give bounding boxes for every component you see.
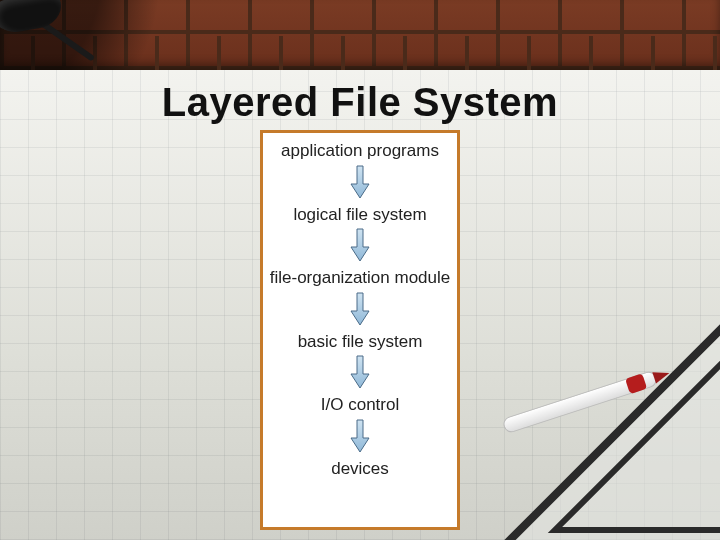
layer-file-organization-module: file-organization module xyxy=(270,266,451,290)
slide-title: Layered File System xyxy=(0,80,720,125)
slide-stage: Layered File System application programs… xyxy=(0,0,720,540)
layer-application-programs: application programs xyxy=(281,139,439,163)
arrow-down-icon xyxy=(349,290,371,330)
layer-io-control: I/O control xyxy=(321,393,399,417)
layer-devices: devices xyxy=(331,457,389,481)
arrow-down-icon xyxy=(349,226,371,266)
layer-basic-file-system: basic file system xyxy=(298,330,423,354)
arrow-down-icon xyxy=(349,163,371,203)
layer-logical-file-system: logical file system xyxy=(293,203,426,227)
brick-wall-backdrop xyxy=(0,0,720,70)
layered-file-system-diagram: application programs logical file system… xyxy=(260,130,460,530)
arrow-down-icon xyxy=(349,417,371,457)
arrow-down-icon xyxy=(349,353,371,393)
